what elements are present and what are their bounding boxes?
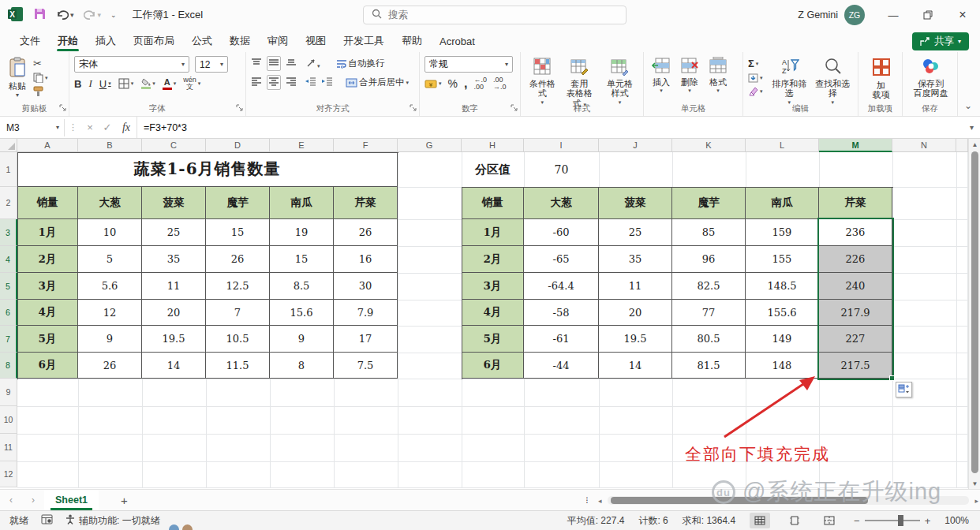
column-header-D[interactable]: D — [206, 139, 270, 152]
formula-input[interactable]: =F3+70*3 — [137, 117, 963, 138]
qat-customize-icon[interactable]: ⌄ — [110, 11, 117, 19]
minimize-button[interactable]: — — [876, 0, 911, 30]
left-table-cell[interactable]: 5 — [78, 246, 142, 273]
right-table-cell[interactable]: 149 — [746, 326, 819, 353]
right-table-cell[interactable]: 217.5 — [819, 353, 892, 379]
left-table-cell[interactable]: 19 — [270, 219, 334, 246]
conditional-formatting-button[interactable]: 条件格式 ▾ — [526, 56, 559, 106]
right-table-header[interactable]: 大葱 — [524, 187, 599, 219]
right-table-cell[interactable]: -60 — [524, 219, 599, 246]
left-table-cell[interactable]: 4月 — [17, 300, 78, 326]
clipboard-dialog-launcher-icon[interactable] — [59, 103, 66, 114]
tab-6[interactable]: 数据 — [221, 30, 259, 52]
left-table-cell[interactable]: 5月 — [17, 326, 78, 353]
underline-button[interactable]: U ▾ — [99, 78, 111, 90]
left-table-cell[interactable]: 16 — [334, 246, 398, 273]
name-box[interactable]: M3▾ — [2, 119, 65, 136]
right-table-header[interactable]: 菠菜 — [599, 187, 672, 219]
right-table-cell[interactable]: 240 — [819, 273, 892, 300]
right-table-cell[interactable]: -58 — [524, 300, 599, 326]
right-table-cell[interactable]: 148 — [746, 353, 819, 379]
sort-filter-button[interactable]: AZ 排序和筛选▾ — [768, 56, 811, 106]
save-to-baidu-button[interactable]: 保存到百度网盘 — [911, 56, 952, 99]
left-table-cell[interactable]: 7 — [206, 300, 270, 326]
tab-2[interactable]: 开始 — [49, 30, 87, 52]
number-format-select[interactable]: 常规▾ — [425, 56, 513, 73]
row-header-4[interactable]: 4 — [0, 246, 17, 273]
tab-11[interactable]: Acrobat — [431, 30, 484, 52]
align-center-icon[interactable] — [267, 75, 281, 90]
left-table-cell[interactable]: 17 — [334, 326, 398, 353]
undo-caret-icon[interactable]: ▾ — [70, 11, 74, 19]
right-table-cell[interactable]: 85 — [672, 219, 746, 246]
share-button[interactable]: 共享 ▾ — [912, 32, 969, 50]
right-table-cell[interactable]: 4月 — [462, 300, 524, 326]
left-table-cell[interactable]: 3月 — [17, 273, 78, 300]
font-color-button[interactable]: A▾ — [163, 78, 177, 90]
left-table-cell[interactable]: 8 — [270, 353, 334, 379]
vertical-scroll-thumb[interactable] — [971, 151, 978, 473]
left-table-cell[interactable]: 11 — [142, 273, 206, 300]
left-table-cell[interactable]: 12.5 — [206, 273, 270, 300]
tab-8[interactable]: 视图 — [297, 30, 335, 52]
left-table-cell[interactable]: 8.5 — [270, 273, 334, 300]
right-table-cell[interactable]: 82.5 — [672, 273, 746, 300]
partition-value[interactable]: 70 — [524, 152, 599, 187]
orientation-icon[interactable]: ▾ — [306, 58, 320, 70]
right-table-cell[interactable]: 20 — [599, 300, 672, 326]
fill-color-button[interactable]: ▾ — [140, 78, 155, 89]
comma-format-icon[interactable]: , — [464, 77, 467, 91]
row-header-11[interactable]: 11 — [0, 434, 17, 461]
phonetic-guide-button[interactable]: wén文▾ — [183, 77, 200, 91]
decrease-indent-icon[interactable] — [305, 77, 316, 88]
left-table-cell[interactable]: 20 — [142, 300, 206, 326]
left-table-cell[interactable]: 26 — [78, 353, 142, 379]
macro-record-icon[interactable] — [41, 514, 53, 527]
right-table-cell[interactable]: -61 — [524, 326, 599, 353]
increase-indent-icon[interactable] — [321, 77, 333, 88]
addins-button[interactable]: 加载项 — [868, 56, 895, 101]
fill-handle[interactable] — [889, 375, 895, 381]
right-table-header[interactable]: 销量 — [462, 187, 524, 219]
tab-5[interactable]: 公式 — [183, 30, 221, 52]
zoom-slider[interactable] — [865, 520, 920, 521]
paste-button[interactable]: 粘贴 ▾ — [5, 56, 30, 99]
left-table-header[interactable]: 菠菜 — [142, 187, 206, 219]
merge-center-button[interactable]: 合并后居中 ▾ — [346, 77, 409, 88]
tab-9[interactable]: 开发工具 — [335, 30, 393, 52]
collapse-ribbon-icon[interactable]: ⌄ — [964, 100, 972, 111]
row-header-12[interactable]: 12 — [0, 461, 17, 487]
column-header-N[interactable]: N — [892, 139, 956, 152]
right-table-cell[interactable]: 14 — [599, 353, 672, 379]
right-table-cell[interactable]: 77 — [672, 300, 746, 326]
right-table-cell[interactable]: -64.4 — [524, 273, 599, 300]
cell-styles-button[interactable]: 单元格样式 ▾ — [600, 56, 640, 106]
prev-sheet-icon[interactable]: ‹ — [0, 495, 22, 506]
percent-format-icon[interactable]: % — [448, 77, 458, 90]
alignment-dialog-launcher-icon[interactable] — [410, 103, 417, 114]
row-header-9[interactable]: 9 — [0, 379, 17, 406]
close-button[interactable]: × — [945, 0, 980, 30]
scroll-up-icon[interactable]: ▲ — [969, 139, 980, 150]
left-table-cell[interactable]: 10.5 — [206, 326, 270, 353]
column-header-K[interactable]: K — [672, 139, 746, 152]
right-table-cell[interactable]: 96 — [672, 246, 746, 273]
column-header-I[interactable]: I — [524, 139, 599, 152]
left-table-cell[interactable]: 1月 — [17, 219, 78, 246]
avatar[interactable]: ZG — [844, 5, 865, 25]
decrease-decimal-icon[interactable]: .00→.0 — [493, 77, 507, 91]
right-table-header[interactable]: 芹菜 — [819, 187, 892, 219]
zoom-out-icon[interactable]: − — [854, 515, 860, 527]
bold-button[interactable]: B — [74, 78, 81, 90]
right-table-cell[interactable]: 11 — [599, 273, 672, 300]
left-table-cell[interactable]: 9 — [78, 326, 142, 353]
right-table-cell[interactable]: 159 — [746, 219, 819, 246]
row-header-10[interactable]: 10 — [0, 406, 17, 434]
save-icon[interactable] — [33, 7, 47, 23]
partition-label[interactable]: 分区值 — [462, 152, 524, 187]
left-table-header[interactable]: 魔芋 — [206, 187, 270, 219]
right-table-cell[interactable]: 80.5 — [672, 326, 746, 353]
right-table-cell[interactable]: 227 — [819, 326, 892, 353]
left-table-header[interactable]: 芹菜 — [334, 187, 398, 219]
tab-10[interactable]: 帮助 — [393, 30, 431, 52]
